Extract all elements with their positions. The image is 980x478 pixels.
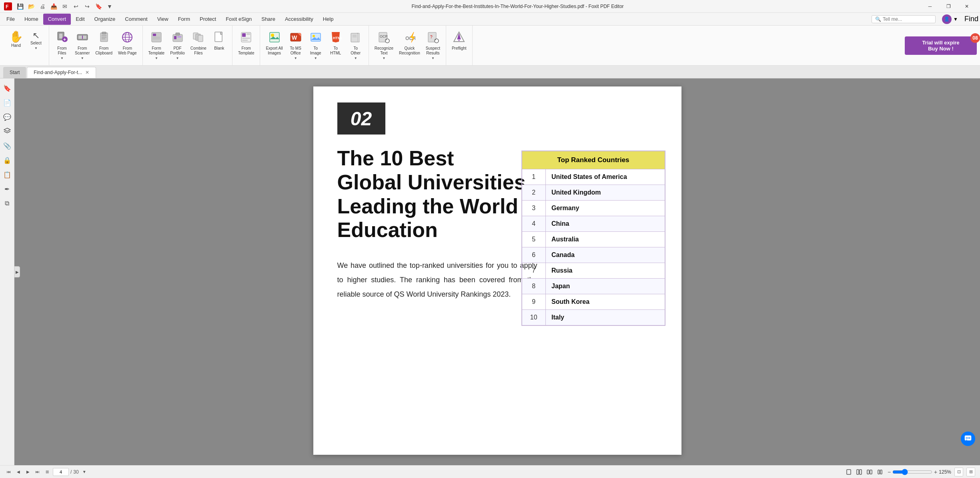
tab-document-close[interactable]: ✕ (85, 70, 89, 75)
svg-rect-74 (860, 470, 862, 474)
from-template-label: FromTemplate (238, 46, 255, 56)
fit-page-button[interactable]: ⊞ (966, 468, 975, 476)
zoom-plus-icon[interactable]: + (934, 469, 937, 475)
saveas-btn[interactable]: 📥 (49, 2, 58, 11)
menu-home[interactable]: Home (20, 14, 43, 25)
undo-btn[interactable]: ↩ (71, 2, 81, 11)
sidebar-layers-icon[interactable] (1, 125, 14, 138)
svg-point-71 (969, 438, 970, 439)
multi-page-button[interactable]: ⊞ (43, 468, 51, 476)
trial-count: 08 (970, 33, 980, 43)
sidebar-pages-icon[interactable]: 📄 (1, 96, 14, 109)
document-area[interactable]: 02 The 10 Best Global Universities Leadi… (14, 78, 980, 465)
menu-accessibility[interactable]: Accessibility (280, 14, 318, 25)
form-template-icon (150, 31, 162, 45)
from-template-button[interactable]: FromTemplate (236, 29, 257, 61)
menu-protect[interactable]: Protect (195, 14, 221, 25)
page-number-input[interactable] (53, 468, 69, 476)
pdf-portfolio-button[interactable]: PDFPortfolio ▼ (168, 29, 187, 61)
single-page-view-button[interactable] (844, 468, 853, 476)
sidebar-comment-icon[interactable]: 💬 (1, 110, 14, 123)
select-button[interactable]: ↖ Select ▼ (26, 29, 46, 61)
profile-dropdown-arrow[interactable]: ▼ (953, 16, 958, 22)
from-scanner-button[interactable]: FromScanner ▼ (72, 29, 92, 61)
ribbon-group-template: FromTemplate (232, 26, 261, 65)
view-buttons (844, 468, 884, 476)
pdf-portfolio-arrow: ▼ (176, 56, 179, 60)
preflight-button[interactable]: Preflight (449, 29, 469, 61)
last-page-button[interactable]: ⏭ (34, 468, 42, 476)
to-other-button[interactable]: ToOther ▼ (346, 29, 365, 61)
sidebar-security-icon[interactable]: 🔒 (1, 154, 14, 167)
sidebar-document-icon[interactable]: 📋 (1, 168, 14, 181)
print-btn[interactable]: 🖨 (38, 2, 47, 11)
panel-toggle[interactable]: ▶ (14, 266, 20, 277)
open-btn[interactable]: 📂 (26, 2, 36, 11)
page-navigation: ⏮ ◀ ▶ ⏭ ⊞ / 30 ▼ (5, 468, 88, 476)
quick-recognition-button[interactable]: OCR QuickRecognition (397, 29, 423, 61)
export-all-images-button[interactable]: Export AllImages (263, 29, 285, 61)
sidebar-bookmark-icon[interactable]: 🔖 (1, 82, 14, 94)
minimize-button[interactable]: ─ (921, 0, 939, 13)
from-files-icon: + (56, 31, 68, 45)
sidebar-copy-icon[interactable]: ⧉ (1, 197, 14, 210)
blank-button[interactable]: Blank (210, 29, 229, 61)
rank-cell: 6 (522, 247, 546, 263)
menu-form[interactable]: Form (173, 14, 195, 25)
double-page-view-button[interactable] (855, 468, 864, 476)
menu-help[interactable]: Help (318, 14, 339, 25)
from-web-page-button[interactable]: FromWeb Page (116, 29, 139, 61)
suspect-results-button[interactable]: ? SuspectResults ▼ (423, 29, 443, 61)
tab-start[interactable]: Start (3, 67, 26, 78)
suspect-results-label: SuspectResults (426, 46, 440, 56)
chat-icon[interactable] (961, 432, 975, 446)
menu-convert[interactable]: Convert (43, 14, 71, 25)
svg-rect-38 (242, 40, 248, 41)
search-box[interactable]: 🔍 (872, 15, 936, 23)
restore-button[interactable]: ❐ (939, 0, 958, 13)
sidebar-attachment-icon[interactable]: 📎 (1, 139, 14, 152)
profile-icon[interactable]: 👤 (942, 14, 952, 24)
zoom-bar: − + 125% (888, 469, 951, 475)
rank-cell: 7 (522, 263, 546, 279)
form-template-button[interactable]: FormTemplate ▼ (146, 29, 167, 61)
find-label[interactable]: Find (964, 15, 978, 23)
ribbon-buttons-create: FormTemplate ▼ PDFPortfolio ▼ CombineFil… (146, 27, 229, 64)
sidebar-signature-icon[interactable]: ✒ (1, 183, 14, 195)
page-dropdown-arrow[interactable]: ▼ (80, 468, 88, 476)
zoom-minus-icon[interactable]: − (888, 469, 891, 475)
customize-btn[interactable]: ▼ (105, 2, 114, 11)
fit-view-button[interactable] (876, 468, 884, 476)
combine-files-button[interactable]: CombineFiles (188, 29, 209, 61)
tab-document[interactable]: Find-and-Apply-For-t... ✕ (27, 67, 96, 78)
menu-edit[interactable]: Edit (71, 14, 89, 25)
to-ms-office-button[interactable]: W To MSOffice ▼ (286, 29, 305, 61)
to-html-button[interactable]: HTML ToHTML (326, 29, 345, 61)
menu-foxit-esign[interactable]: Foxit eSign (221, 14, 257, 25)
close-button[interactable]: ✕ (958, 0, 976, 13)
prev-page-button[interactable]: ◀ (14, 468, 22, 476)
save-btn[interactable]: 💾 (15, 2, 25, 11)
search-input[interactable] (883, 16, 931, 22)
from-clipboard-button[interactable]: FromClipboard (93, 29, 115, 61)
stamp-btn[interactable]: 🔖 (94, 2, 103, 11)
next-page-button[interactable]: ▶ (24, 468, 32, 476)
hand-button[interactable]: ✋ Hand (6, 29, 26, 61)
email-btn[interactable]: ✉ (60, 2, 70, 11)
document-page: 02 The 10 Best Global Universities Leadi… (313, 86, 681, 455)
menu-share[interactable]: Share (257, 14, 280, 25)
menu-comment[interactable]: Comment (120, 14, 152, 25)
menu-file[interactable]: File (2, 14, 20, 25)
spread-view-button[interactable] (865, 468, 874, 476)
to-image-button[interactable]: ToImage ▼ (306, 29, 325, 61)
trial-badge[interactable]: Trial will expire Buy Now ! 08 (905, 36, 977, 55)
menu-view[interactable]: View (152, 14, 173, 25)
menu-organize[interactable]: Organize (90, 14, 120, 25)
first-page-button[interactable]: ⏮ (5, 468, 13, 476)
zoom-slider[interactable] (892, 469, 932, 475)
fit-width-button[interactable]: ⊡ (954, 468, 963, 476)
from-files-button[interactable]: + FromFiles ▼ (52, 29, 72, 61)
svg-rect-72 (847, 470, 851, 474)
recognize-text-button[interactable]: OCR RecognizeText ▼ (372, 29, 396, 61)
redo-btn[interactable]: ↪ (82, 2, 92, 11)
